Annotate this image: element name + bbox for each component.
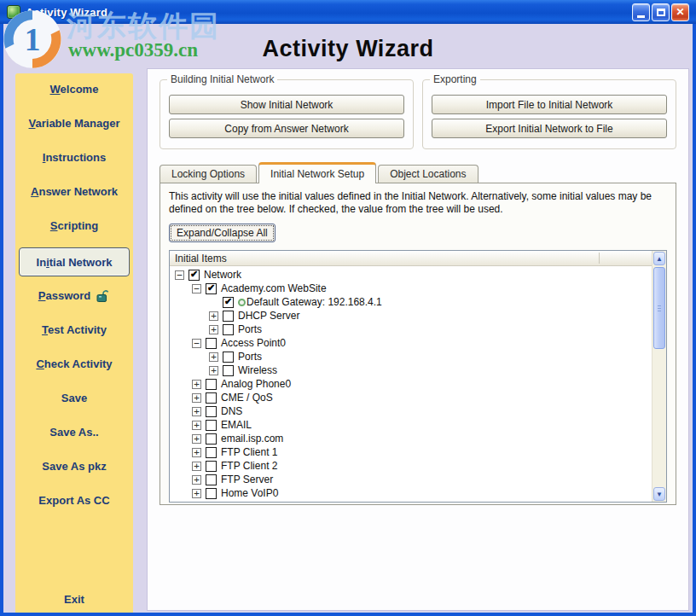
tree-item[interactable]: + FTP Client 1 [170, 445, 652, 459]
tree-item[interactable]: + DNS [170, 404, 652, 418]
sidebar-item-scripting[interactable]: Scripting [19, 213, 130, 237]
sidebar: WelcomeVariable ManagerInstructionsAnswe… [15, 73, 133, 613]
tree-item[interactable]: + FTP Server [170, 473, 652, 486]
gateway-dot-icon [238, 299, 246, 306]
sidebar-item-welcome[interactable]: Welcome [19, 77, 130, 101]
tree-item-checkbox[interactable] [206, 488, 217, 499]
sidebar-item-instructions[interactable]: Instructions [19, 145, 130, 169]
close-button[interactable]: ✕ [671, 3, 689, 21]
expander-icon[interactable]: − [192, 284, 201, 293]
expander-icon[interactable]: + [192, 393, 201, 403]
minimize-button[interactable] [632, 3, 650, 21]
expander-icon[interactable]: + [209, 352, 218, 362]
tree-item[interactable]: + CME / QoS [170, 391, 652, 404]
tree-item[interactable]: − Network [170, 268, 652, 282]
tree-item[interactable]: − Access Point0 [170, 336, 652, 350]
tree-item[interactable]: + Ports [170, 350, 652, 363]
tab-locking-options[interactable]: Locking Options [160, 165, 257, 183]
tree-item[interactable]: + FTP Client 2 [170, 459, 652, 473]
app-icon [7, 5, 20, 19]
sidebar-item-answer-network[interactable]: Answer Network [19, 179, 130, 203]
tree-item-checkbox[interactable] [206, 406, 217, 417]
tree-item-checkbox[interactable] [206, 474, 217, 485]
expander-icon[interactable]: + [192, 475, 201, 485]
tree-item-checkbox[interactable] [206, 502, 217, 503]
tree-item[interactable]: Default Gateway: 192.168.4.1 [170, 295, 652, 309]
sidebar-item-label: Password [38, 289, 90, 302]
sidebar-item-label: Initial Network [37, 256, 113, 269]
tree-item[interactable]: + Analog Phone0 [170, 377, 652, 391]
sidebar-item-label: Welcome [50, 83, 99, 96]
tree-item-checkbox[interactable] [206, 447, 217, 458]
tree-item[interactable]: + Wireless [170, 363, 652, 377]
sidebar-item-variable-manager[interactable]: Variable Manager [19, 111, 130, 135]
tree-item-label: Wireless [238, 364, 277, 376]
sidebar-item-label: Save As.. [49, 426, 98, 439]
tab-object-locations[interactable]: Object Locations [378, 165, 478, 183]
scroll-up-icon[interactable]: ▲ [653, 252, 665, 265]
expand-collapse-all-button[interactable]: Expand/Collapse All [169, 224, 276, 242]
tree-item-checkbox[interactable] [206, 283, 217, 294]
sidebar-item-save[interactable]: Save [19, 386, 130, 410]
vertical-scrollbar[interactable]: ▲ ▼ [652, 251, 666, 502]
expander-icon[interactable]: + [209, 325, 218, 334]
tree-item[interactable]: − Academy.com WebSite [170, 282, 652, 295]
tree-item-checkbox[interactable] [206, 338, 217, 349]
tree-item-checkbox[interactable] [223, 365, 234, 376]
tree-item-checkbox[interactable] [223, 324, 234, 335]
tree-item-label: CME / QoS [221, 392, 273, 404]
sidebar-item-label: Save As pkz [42, 460, 106, 473]
tree-item-label: FTP Client 2 [221, 460, 277, 472]
expander-icon[interactable]: + [192, 407, 201, 416]
tab-panel: This activity will use the initial value… [160, 183, 676, 505]
sidebar-item-initial-network[interactable]: Initial Network [19, 247, 130, 276]
tree-item-checkbox[interactable] [206, 392, 217, 404]
tree-item-checkbox[interactable] [206, 420, 217, 431]
titlebar: Activity Wizard ✕ [0, 0, 696, 24]
expander-icon[interactable]: − [192, 339, 201, 348]
sidebar-item-check-activity[interactable]: Check Activity [19, 352, 130, 375]
tree-item-checkbox[interactable] [206, 379, 217, 390]
scroll-down-icon[interactable]: ▼ [653, 487, 665, 501]
tree-column-header: Initial Items [170, 251, 652, 266]
tree-item[interactable]: + [170, 500, 652, 502]
tree-item-checkbox[interactable] [223, 311, 234, 322]
sidebar-item-test-activity[interactable]: Test Activity [19, 317, 130, 341]
tree-item-checkbox[interactable] [223, 297, 234, 308]
scrollbar-thumb[interactable] [653, 267, 665, 349]
tree-item[interactable]: + Ports [170, 323, 652, 336]
tree-item-checkbox[interactable] [206, 461, 217, 472]
maximize-button[interactable] [652, 3, 670, 21]
expander-icon[interactable]: − [175, 270, 184, 280]
show-initial-network-button[interactable]: Show Initial Network [169, 95, 404, 114]
expander-icon[interactable]: + [192, 462, 201, 471]
tree-item[interactable]: + DHCP Server [170, 309, 652, 323]
tree-item-label: FTP Server [221, 474, 273, 485]
expander-icon[interactable]: + [192, 448, 201, 457]
expander-icon[interactable]: + [192, 421, 201, 430]
expander-icon[interactable]: + [192, 380, 201, 389]
expander-icon[interactable]: + [209, 311, 218, 321]
copy-from-answer-network-button[interactable]: Copy from Answer Network [169, 119, 404, 138]
expander-icon[interactable]: + [192, 489, 201, 498]
tree-item-checkbox[interactable] [188, 270, 200, 281]
expander-icon[interactable]: + [192, 434, 201, 444]
import-file-to-initial-network-button[interactable]: Import File to Initial Network [432, 95, 667, 114]
tree-item[interactable]: + Home VoIP0 [170, 486, 652, 500]
group-title: Building Initial Network [167, 73, 277, 85]
sidebar-item-exit[interactable]: Exit [19, 587, 130, 611]
tree-item-checkbox[interactable] [223, 352, 234, 363]
sidebar-item-password[interactable]: Password [19, 283, 130, 307]
tree-item[interactable]: + email.isp.com [170, 432, 652, 445]
tree-item[interactable]: + EMAIL [170, 418, 652, 432]
expander-icon[interactable]: + [209, 366, 218, 375]
sidebar-item-label: Instructions [43, 151, 106, 164]
sidebar-item-label: Exit [64, 593, 84, 606]
tree-item-checkbox[interactable] [206, 433, 217, 445]
sidebar-item-save-as[interactable]: Save As.. [19, 420, 130, 444]
export-initial-network-to-file-button[interactable]: Export Initial Network to File [432, 119, 667, 138]
tab-initial-network-setup[interactable]: Initial Network Setup [258, 162, 376, 183]
sidebar-item-export-as-cc[interactable]: Export As CC [19, 488, 130, 512]
tree-item-label: Default Gateway: 192.168.4.1 [246, 296, 382, 308]
sidebar-item-save-as-pkz[interactable]: Save As pkz [19, 454, 130, 478]
